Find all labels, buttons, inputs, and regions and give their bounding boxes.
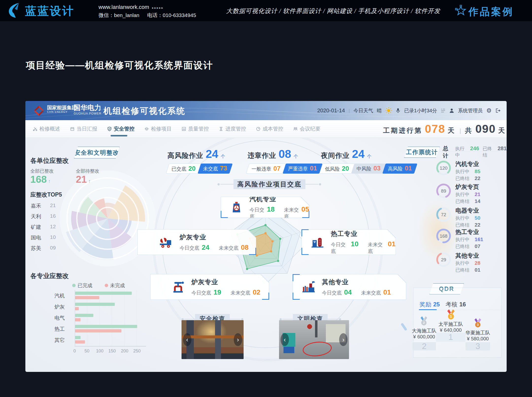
ticket-name: 热工专业: [455, 228, 483, 236]
top5-item-name: 天利: [31, 213, 41, 220]
portfolio-button[interactable]: 作品案例: [468, 5, 514, 18]
section-badge-rectification: 安全和文明整改: [74, 147, 120, 159]
bar-completed: [75, 314, 93, 317]
top5-item-value: 10: [50, 234, 56, 240]
silver-medal-icon: 2: [419, 316, 428, 327]
running-label: 执行中: [455, 215, 471, 221]
layers-icon: [144, 127, 149, 131]
calendar-icon: [70, 127, 75, 131]
running-total: 246: [470, 145, 479, 152]
tab-label: 成本管控: [263, 125, 283, 132]
top5-item-value: 16: [50, 213, 56, 219]
bar-gridline: [100, 290, 100, 346]
donut-chart: 89: [436, 183, 451, 199]
up-arrow-icon: ↑: [47, 178, 51, 184]
connector-line: [328, 319, 338, 319]
valve-icon: [171, 280, 185, 294]
meeting-icon: [293, 127, 298, 131]
gear-icon[interactable]: ⚙: [486, 107, 492, 114]
user-icon[interactable]: [449, 108, 454, 113]
future-value: 01: [388, 240, 396, 248]
future-value: 08: [241, 244, 249, 251]
finished-value: 22: [475, 222, 480, 228]
tab-label: 检修项目: [151, 125, 172, 132]
tab-daily-report[interactable]: 当日汇报: [70, 120, 97, 137]
qdr-tab-reward[interactable]: 奖励25: [419, 300, 440, 308]
factory-icon: [302, 280, 316, 294]
dashboard-screenshot: 国家能源集团 CHN ENERGY 国华电力 GUOHUA POWER 机组检修…: [25, 101, 507, 372]
contact-info: 微信：ben_lanlan 电话：010-63334945: [99, 12, 202, 19]
logo-text: 蓝蓝设计: [25, 3, 74, 19]
future-label: 未来交底: [368, 241, 385, 255]
card-turbine: 汽机专业 今日交底 18 未来交底 05: [221, 197, 309, 218]
team-name-3: 华夏施工队: [457, 330, 499, 336]
bar-completed: [75, 336, 81, 339]
corner-bracket: [293, 293, 300, 300]
user-name[interactable]: 系统管理员: [458, 107, 482, 114]
carousel-next-button[interactable]: ›: [339, 333, 348, 346]
legend-undone-label: 未完成: [110, 282, 125, 289]
mic-icon[interactable]: [396, 108, 400, 114]
bronze-medal-icon: 3: [473, 318, 482, 329]
org1-cn: 国家能源集团: [47, 105, 77, 110]
svg-text:2: 2: [423, 321, 425, 325]
url-text: www.lanlanwork.com: [99, 4, 149, 10]
team-amount-2: ¥ 600,000: [403, 334, 445, 340]
svg-text:72: 72: [441, 212, 446, 217]
list-icon[interactable]: [441, 108, 446, 113]
finished-value: 01: [475, 267, 480, 273]
tab-progress-control[interactable]: 进度管控: [219, 120, 246, 137]
wechat-label: 微信：ben_lanlan: [99, 12, 139, 18]
services-list: 大数据可视化设计 / 软件界面设计 / 网站建设 / 手机及小程序设计 / 软件…: [226, 7, 448, 15]
svg-text:1: 1: [450, 314, 452, 318]
tab-maintenance-projects[interactable]: 检修项目: [144, 120, 172, 137]
connector-line: [230, 319, 241, 319]
chn-energy-logo: [33, 105, 45, 116]
finished-total: 281: [498, 145, 507, 152]
qdr-tab-assess[interactable]: 考核16: [446, 300, 466, 308]
carousel-next-button[interactable]: ›: [234, 333, 242, 346]
running-label: 执行中: [455, 260, 471, 266]
connector-dot: [217, 183, 220, 185]
active-tab-underline: [111, 135, 127, 136]
tab-meeting-minutes[interactable]: 会议纪要: [293, 120, 320, 137]
carousel-prev-button[interactable]: ‹: [183, 333, 191, 346]
top5-item-value: 09: [50, 245, 56, 251]
stat-unit: 个: [367, 153, 371, 159]
tab-cost-control[interactable]: 成本管控: [256, 120, 283, 137]
seg-low-risk: 低风险20: [319, 164, 355, 174]
stat-title: 违章作业: [248, 151, 276, 160]
weather-label: 今日天气: [353, 107, 373, 114]
profession-rectify-title: 各专业应整改: [30, 272, 69, 280]
stat-title: 高风险作业: [167, 151, 203, 160]
svg-text:168: 168: [440, 233, 448, 239]
bar-tick-label: 100: [96, 348, 103, 354]
star-icon: [455, 5, 466, 16]
stat-group-night-work: 夜间作业 24 个 低风险20 中风险03 高风险01: [321, 147, 415, 174]
tab-safety-control[interactable]: 安全管控: [107, 120, 134, 137]
done-value: 168 ↑: [30, 174, 50, 185]
connector-line: [305, 184, 318, 184]
tab-overview[interactable]: 检修概述: [33, 120, 60, 137]
bar-gridline: [112, 290, 112, 346]
seg-mid-risk: 中风险03: [351, 164, 386, 174]
seg-general-violation: 一般违章07: [246, 164, 286, 174]
tab-label: 安全管控: [114, 125, 134, 132]
today-value: 19: [214, 288, 221, 296]
logout-icon[interactable]: [495, 108, 501, 113]
carousel-prev-button[interactable]: ‹: [281, 333, 289, 346]
duration-unit: 天: [448, 126, 456, 135]
card-others: 其他专业 今日交底 04 未来交底 01: [293, 274, 406, 300]
team-name-1: 太平施工队: [430, 321, 472, 328]
ticket-item-ash: 89 炉灰专页 执行中21 已终结14: [436, 183, 480, 205]
shield-icon: [107, 127, 112, 131]
profession-bar-chart: 0 50 100 150 200 250汽机 炉灰 电气 热工 其它: [75, 290, 149, 359]
svg-text:29: 29: [441, 257, 446, 262]
today-label: 今日交底: [322, 290, 342, 296]
today-label: 今日交底: [191, 290, 211, 296]
unit-rectify-title: 各单位应整改: [30, 156, 69, 165]
bar-uncompleted: [75, 318, 81, 321]
finished-label: 已终结: [455, 222, 471, 228]
tab-quality-control[interactable]: 质量管控: [182, 120, 209, 137]
today-value: 10: [351, 240, 358, 248]
